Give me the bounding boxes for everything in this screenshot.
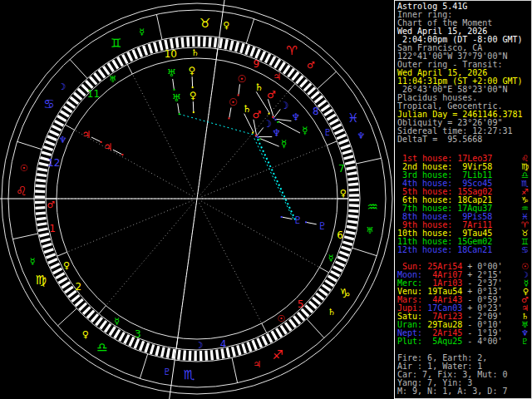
- planet-row-glyph: ♇: [521, 337, 529, 346]
- inner-dot-sun: [228, 117, 229, 119]
- house-ruler-glyph-10: ♄: [191, 47, 200, 58]
- inner-planet-glyph-saturn: ♄: [243, 103, 252, 115]
- sign-glyph-libra: ♎: [96, 340, 107, 355]
- element-summary: Fire: 6, Earth: 2,Air : 1, Water: 1Car: …: [395, 354, 532, 396]
- transit-planet-glyph-pluto: ♇: [318, 220, 327, 232]
- inner-planet-glyph-venus: ♀: [190, 90, 197, 101]
- inner-dot-neptune: [257, 136, 259, 138]
- transit-dot-neptune: [275, 119, 277, 121]
- planet-list: Sun: 25Ari54 + 0°00'☉Moon: 4Ari07 + 2°15…: [395, 263, 532, 346]
- transit-planet-glyph-sun: ☉: [238, 73, 247, 85]
- sign-ruler-mercury-glyph: ☿: [139, 27, 145, 37]
- house-ruler-glyph-4: ☽: [195, 340, 203, 351]
- inner-dot-saturn: [252, 132, 254, 134]
- transit-dot-mercury: [277, 121, 278, 123]
- sign-ruler-sun-glyph: ☉: [20, 163, 28, 174]
- sign-ruler-uranus-glyph: ♅: [366, 225, 374, 236]
- transit-dot-jupiter: [101, 141, 102, 143]
- planet-row: Plut: 5Aqu25 - 4°00'♇: [395, 337, 532, 346]
- info-panel: Astrolog 5.41GInner ring:Chart of the Mo…: [394, 0, 532, 399]
- house-ruler-glyph-8: ♇: [323, 127, 332, 138]
- transit-dot-venus: [192, 86, 194, 88]
- sign-glyph-leo: ♌: [16, 184, 27, 199]
- inner-planet-glyph-pluto: ♇: [293, 214, 303, 226]
- inner-pointer-venus: [193, 101, 194, 111]
- sign-ruler-venus-glyph: ♀: [223, 20, 229, 31]
- inner-planet-glyph-uranus: ♅: [172, 92, 181, 104]
- transit-dot-sun: [238, 95, 239, 96]
- chart-info-block: Astrolog 5.41GInner ring:Chart of the Mo…: [395, 2, 532, 144]
- house-number-10: 10: [165, 48, 177, 60]
- transit-planet-glyph-mars: ♂: [267, 89, 276, 101]
- house-number-5: 5: [298, 298, 304, 310]
- sign-glyph-scorpio: ♏: [184, 367, 195, 382]
- sign-glyph-cancer: ♋: [43, 96, 54, 111]
- sign-ruler-saturn-glyph: ♄: [328, 307, 336, 318]
- sign-glyph-aquarius: ♒: [367, 200, 378, 214]
- sign-ruler-moon-glyph: ☽: [58, 81, 66, 92]
- house-ruler-glyph-5: ☉: [277, 313, 285, 324]
- house-ruler-glyph-7: ♀: [340, 188, 347, 199]
- sign-glyph-capricorn: ♑: [339, 286, 350, 301]
- house-number-12: 12: [47, 157, 60, 169]
- transit-planet-glyph-venus: ♀: [188, 65, 195, 76]
- transit-dot-mars: [272, 116, 273, 118]
- transit-planet-glyph-saturn: ♄: [254, 81, 264, 93]
- transit-planet-glyph-uranus: ♅: [167, 67, 176, 79]
- house-ruler-glyph-2: ♀: [63, 260, 70, 271]
- inner-dot-pluto: [281, 216, 283, 218]
- house-ruler-glyph-1: ♂: [47, 200, 55, 210]
- sign-ruler-venus-glyph: ♀: [82, 329, 89, 340]
- house-number-11: 11: [87, 88, 100, 100]
- inner-planet-glyph-sun: ☉: [229, 96, 238, 108]
- house-number-4: 4: [220, 338, 227, 350]
- sign-glyph-virgo: ♍: [35, 273, 46, 288]
- inner-planet-glyph-neptune: ♆: [272, 127, 281, 139]
- house-ruler-glyph-9: ♃: [273, 71, 281, 82]
- sign-glyph-pisces: ♓: [347, 111, 358, 126]
- inner-dot-jupiter: [121, 154, 123, 155]
- inner-planet-glyph-jupiter: ♃: [103, 141, 112, 153]
- inner-planet-glyph-mars: ♂: [253, 109, 262, 121]
- house-number-8: 8: [313, 106, 319, 117]
- transit-pointer-venus: [192, 76, 193, 86]
- inner-dot-mars: [255, 135, 257, 136]
- sign-ruler-jupiter-glyph: ♃: [253, 359, 261, 370]
- house-ruler-glyph-3: ☿: [114, 316, 120, 327]
- sign-glyph-sagittarius: ♐: [273, 347, 283, 362]
- house-number-7: 7: [338, 163, 345, 175]
- house-row-glyph: ♋: [521, 246, 529, 254]
- sign-ruler-mercury-glyph: ☿: [30, 256, 36, 267]
- inner-planet-glyph-mercury: ☿: [281, 138, 287, 150]
- house-ruler-glyph-11: ♅: [109, 74, 117, 85]
- transit-dot-pluto: [305, 221, 307, 223]
- transit-planet-glyph-neptune: ♆: [291, 111, 300, 123]
- house-ruler-glyph-6: ☿: [328, 253, 334, 264]
- sign-ruler-pluto-glyph: ♇: [163, 367, 171, 377]
- chart-wheel: ♈♉♊♋♌♍♎♏♐♑♒♓♂♀☿☽☉☿♀♇♃♄♅♆1♂2♀3☿4☽5☉6☿7♀8♇…: [0, 0, 394, 399]
- inner-dot-mercury: [259, 138, 261, 140]
- house-number-2: 2: [75, 281, 81, 293]
- transit-dot-uranus: [173, 89, 175, 91]
- transit-planet-glyph-moon: ☽: [280, 100, 289, 111]
- house-ruler-glyph-12: ♆: [59, 135, 67, 145]
- house-number-6: 6: [337, 229, 343, 241]
- transit-planet-glyph-mercury: ☿: [302, 125, 308, 136]
- astrolog-window: ♈♉♊♋♌♍♎♏♐♑♒♓♂♀☿☽☉☿♀♇♃♄♅♆1♂2♀3☿4☽5☉6☿7♀8♇…: [0, 0, 532, 399]
- chart-wheel-area: ♈♉♊♋♌♍♎♏♐♑♒♓♂♀☿☽☉☿♀♇♃♄♅♆1♂2♀3☿4☽5☉6☿7♀8♇…: [0, 0, 394, 399]
- transit-planet-glyph-jupiter: ♃: [82, 129, 91, 140]
- house-list: 1st house: 17Leo37♌ 2nd house: 9Vir58♍ 3…: [395, 155, 532, 254]
- house-number-1: 1: [49, 223, 56, 234]
- sign-glyph-gemini: ♊: [111, 36, 121, 51]
- summary-line: M: 9, N: 1, A: 3, D: 7: [395, 387, 532, 396]
- info-line: DeltaT = 95.5668: [395, 135, 532, 144]
- inner-dot-venus: [193, 111, 195, 113]
- sign-ruler-mars-glyph: ♂: [307, 60, 315, 71]
- house-row: 12th house: 18Can21♋: [395, 246, 532, 254]
- inner-dot-uranus: [179, 113, 180, 115]
- house-number-3: 3: [135, 328, 141, 340]
- inner-planet-glyph-moon: ☽: [263, 118, 272, 130]
- house-number-9: 9: [253, 58, 259, 70]
- sign-ruler-neptune-glyph: ♆: [357, 131, 366, 141]
- transit-dot-saturn: [268, 113, 270, 115]
